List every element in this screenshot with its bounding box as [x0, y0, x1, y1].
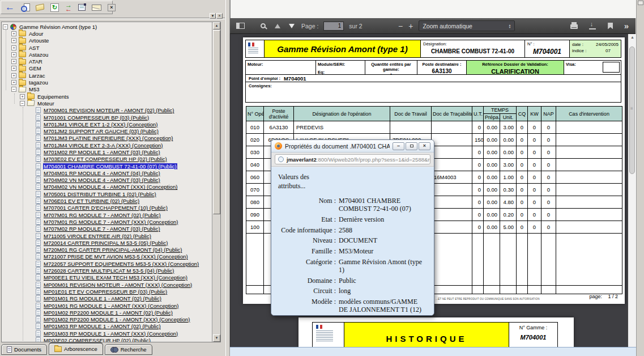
- tree-expander[interactable]: +: [20, 94, 25, 99]
- tree-expander[interactable]: −: [20, 101, 25, 106]
- tree-item-label[interactable]: MP01M03 RP MODULE 1 - AMONT (02) (Public…: [43, 323, 161, 329]
- url-field[interactable]: jmaverlant2:800/Wipweb20/fr/prop.php?ses…: [275, 154, 430, 164]
- properties-button[interactable]: [78, 4, 86, 11]
- tab-arborescence[interactable]: Arborescence: [49, 342, 103, 355]
- scroll-down-arrow[interactable]: ▼: [213, 334, 220, 342]
- print-button[interactable]: [570, 20, 579, 32]
- scrollbar-thumb[interactable]: [213, 30, 220, 214]
- tree-item-label[interactable]: MP01M01 RG MODULE 1 - AMONT (XXX) (Conce…: [43, 303, 179, 309]
- pane-splitter[interactable]: [225, 0, 230, 356]
- toolbar-close-button[interactable]: ×: [108, 4, 116, 11]
- tree-item-label[interactable]: AST: [28, 45, 40, 51]
- tab-recherche[interactable]: Recherche: [105, 344, 152, 355]
- pane-close-button[interactable]: ×: [216, 13, 223, 19]
- popup-title-bar[interactable]: Propriétés du document .M704001 CHAMBRE …: [271, 140, 434, 152]
- bookmark-button[interactable]: [606, 20, 615, 32]
- tree-item-label[interactable]: M722057 SUPPORT EQUIPEMENTS M53-5 (XXX) …: [43, 261, 199, 267]
- transfer-button[interactable]: →←: [65, 3, 72, 11]
- tree-item-label[interactable]: M711005 VIROLE ENTREE AIR (02) (Public): [43, 233, 152, 239]
- zoom-in-button[interactable]: +: [408, 22, 413, 31]
- scrollbar-thumb[interactable]: [629, 46, 635, 174]
- download-button[interactable]: [588, 20, 597, 32]
- zoom-select[interactable]: Zoom automatique ▲▼: [419, 20, 515, 31]
- tree-item-label[interactable]: M701JM3 PLATINE INFERIEURE (XXX) (Concep…: [43, 135, 173, 141]
- refresh-button[interactable]: ↻: [50, 3, 59, 12]
- tree-item-label[interactable]: M705001 DISTRIBUT TURBINE 1 (02) (Public…: [43, 191, 157, 197]
- tree-expander[interactable]: +: [11, 73, 16, 78]
- tree-scrollbar[interactable]: ▲ ▼: [212, 22, 220, 342]
- next-page-button[interactable]: [287, 20, 296, 32]
- previous-page-button[interactable]: [273, 20, 282, 32]
- tree-item-label[interactable]: MP00EE1 ETU VIEIL EXAM TECH M53 (XXX) (C…: [43, 274, 188, 281]
- outer-scroll-button[interactable]: [638, 1, 643, 5]
- tree-expander[interactable]: +: [11, 80, 16, 85]
- tree-item-label[interactable]: Artouste: [28, 37, 49, 44]
- tree-item-label[interactable]: M704001 CHAMBRE COMBUST 72-41-00 (07) (P…: [43, 163, 177, 169]
- maximize-button[interactable]: [406, 142, 417, 150]
- tree-item-label[interactable]: Equipements: [37, 94, 69, 100]
- close-button[interactable]: ×: [419, 142, 430, 150]
- tree-item-label[interactable]: M704M02 VN MODULE 4 - AMONT (03) (Public…: [43, 177, 161, 183]
- tree-item-label[interactable]: M706E01 EV ET TURBINE (02) (Public): [43, 198, 140, 204]
- send-folder-button[interactable]: [36, 5, 44, 10]
- tree-item-label[interactable]: M53: [28, 86, 40, 92]
- tree-item-label[interactable]: M707M01 RG MODULE 7 - AMONT (02) (Public…: [43, 212, 161, 218]
- mail-button[interactable]: [92, 5, 101, 11]
- tree-item-label[interactable]: tagazou: [28, 79, 49, 86]
- tree-item-label[interactable]: M703E02 EV ET COMPRESSEUR HP (02) (Publi…: [43, 156, 168, 162]
- back-button[interactable]: ←: [5, 3, 15, 11]
- tree-item-label[interactable]: ATAR: [28, 58, 43, 65]
- tree-expander[interactable]: +: [11, 31, 16, 36]
- tree-expander[interactable]: +: [11, 45, 16, 50]
- zoom-out-button[interactable]: −: [398, 22, 403, 31]
- tree-expander[interactable]: −: [11, 87, 16, 92]
- tree-item-label[interactable]: M704M01 RP MODULE 4 - AMONT (04) (Public…: [43, 170, 161, 176]
- tree-item-label[interactable]: Gamme Révision Amont (type 1): [19, 24, 97, 30]
- tree-item-label[interactable]: MP03E02 COMPRESSEUR HP (02) (Public): [43, 337, 151, 342]
- more-tools-button[interactable]: »: [624, 22, 629, 31]
- tree-item-label[interactable]: M720M01 RG CARTER PRINCIPAL-AMONT (04) (…: [43, 247, 182, 253]
- tree-item-label[interactable]: MP01M01 RG MODULE 1 - AMONT (02) (Public…: [43, 295, 162, 302]
- toggle-sidebar-button[interactable]: [236, 20, 245, 32]
- scroll-up-arrow[interactable]: ▲: [628, 35, 637, 39]
- cell-prepa: 0.00: [484, 209, 500, 221]
- empty-cell: [472, 234, 484, 286]
- tree-item-label[interactable]: M701JM4 VIROLE EXT 2-3-A (XXX) (Concepti…: [43, 142, 164, 149]
- tree-item-label[interactable]: M720014 CARTER PRINCIPAL M 53-5 (05) (Pu…: [43, 240, 168, 246]
- tree-item-label[interactable]: M721007 PRISE DE MVT AVION M53-5 (XXX) (…: [43, 253, 189, 260]
- tree-item-label[interactable]: M707001 CARTER D'ECHAPPEMENT (10) (Publi…: [43, 205, 168, 211]
- tree-item-label[interactable]: M707M02 RP MODULE 7 - AMONT (03) (Public…: [43, 226, 161, 232]
- tree-item-label[interactable]: M726028 CARTER MULTIPLICAT M 53-5 (04) (…: [43, 268, 175, 274]
- pane-collapse-button[interactable]: ▾: [210, 13, 216, 19]
- pdf-search-button[interactable]: [259, 20, 268, 32]
- search-document-button[interactable]: [21, 3, 29, 11]
- page-number-input[interactable]: [323, 22, 344, 31]
- tree-item-label[interactable]: M701M02 RP MODULE 1 - AMONT (03) (Public…: [43, 149, 161, 155]
- minimize-button[interactable]: –: [393, 142, 404, 150]
- tree-item-label[interactable]: M701001 COMPRESSEUR BP (03) (Public): [43, 115, 150, 121]
- pdf-scrollbar[interactable]: ▲: [628, 34, 636, 347]
- tree-item-label[interactable]: Moteur: [37, 100, 55, 107]
- tree-item-label[interactable]: MP00M01 REVISION MOTEUR - AMONT (XXX) (C…: [43, 282, 193, 288]
- tree-item-label[interactable]: M704M02 VN MODULE 4 - AMONT (XXX) (Conce…: [43, 184, 178, 190]
- tree-expander[interactable]: −: [3, 24, 8, 29]
- tree-expander[interactable]: +: [11, 66, 16, 71]
- tree-item-label[interactable]: Adour: [28, 31, 44, 37]
- scroll-up-arrow[interactable]: ▲: [213, 22, 220, 29]
- tree-item-label[interactable]: MP01M03 RP MODULE 1 - AMONT (XXX) (Conce…: [43, 330, 178, 337]
- tree-item-label[interactable]: GEM: [28, 65, 42, 71]
- tree-expander[interactable]: +: [11, 52, 16, 57]
- tree-item-label[interactable]: Larzac: [28, 73, 46, 79]
- empty-cell: [556, 286, 622, 294]
- tree-item-label[interactable]: M700M01 REVISION MOTEUR - AMONT (02) (Pu…: [43, 107, 175, 113]
- tree-item-label[interactable]: MP01E01 ET EV COMPRESSEUR BP (03) (Publi…: [43, 289, 168, 295]
- tree-item-label[interactable]: MP01M02 RP2200 MODULE 1 - AMONT (XXX) (C…: [43, 316, 191, 323]
- tree-item-label[interactable]: Astazou: [28, 52, 49, 58]
- tree-expander[interactable]: +: [11, 59, 16, 64]
- tree-item-label[interactable]: M707M01 RG MODULE 7 - AMONT (XXX) (Conce…: [43, 219, 178, 225]
- tree-expander[interactable]: +: [11, 38, 16, 43]
- tree-item-label[interactable]: MP01M02 RP2200 MODULE 1 - AMONT (02) (Pu…: [43, 310, 173, 316]
- tree-item-label[interactable]: M701JM1 VIROLE EXT 1-2 (XXX) (Conception…: [43, 121, 159, 128]
- tree-item-label[interactable]: M701JM2 SUPPORT AR GAUCHE (03) (Public): [43, 128, 159, 134]
- tab-documents[interactable]: Documents: [1, 344, 47, 355]
